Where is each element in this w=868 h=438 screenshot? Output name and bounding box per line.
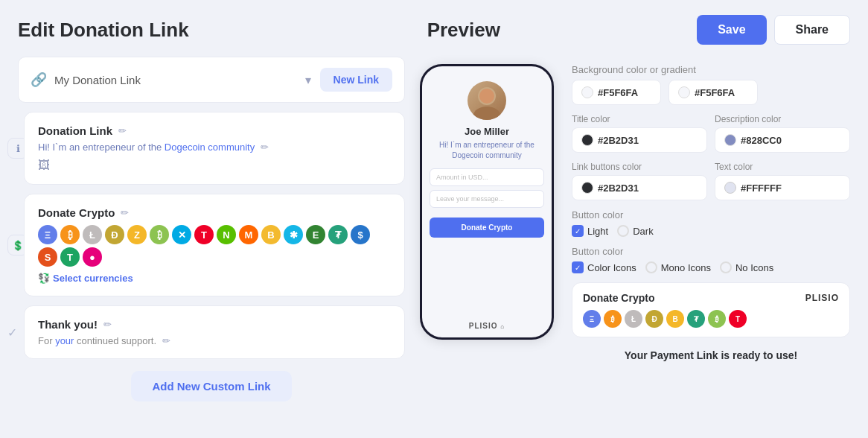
donation-link-dropdown[interactable]: 🔗 My Donation Link ▾ New Link (18, 57, 405, 103)
phone-user-name: Joe Miller (465, 126, 509, 137)
button-color-radio-group: ✓ Light Dark (572, 225, 850, 237)
thankyou-card-wrapper: ✓ Thank you! ✏ For your continued suppor… (18, 305, 405, 359)
info-desc-edit-icon[interactable]: ✏ (261, 142, 269, 153)
preview-usdt: ₮ (687, 310, 705, 328)
bg-swatch-2 (678, 86, 690, 98)
phone-message-input[interactable]: Leave your message... (430, 190, 544, 208)
donate-card: Donate Crypto ✏ Ξ ₿ Ł Ð Z (24, 194, 405, 296)
bg-color-section: Background color or gradient #F5F6FA #F5… (572, 64, 850, 105)
title-color-section: Title color #2B2D31 (572, 114, 707, 153)
preview-card-title: Donate Crypto (583, 292, 654, 304)
thankyou-desc-edit-icon[interactable]: ✏ (162, 335, 170, 346)
button-color-light-label: Light (587, 226, 608, 237)
bg-color-box-1[interactable]: #F5F6FA (572, 80, 661, 105)
info-card-title: Donation Link (38, 124, 112, 137)
phone-preview: Joe Miller Hi! I`m an entrepeneur of the… (420, 57, 554, 423)
preview-card-bottom: Donate Crypto PLISIO Ξ ₿ Ł Ð B ₮ ₿ T (572, 282, 850, 337)
bnb-icon: B (261, 225, 281, 244)
info-card-desc: Hi! I`m an entrepeneur of the Dogecoin c… (38, 142, 391, 153)
preview-eth: Ξ (583, 310, 601, 328)
doge-icon: Ð (105, 225, 124, 244)
button-color-light-option[interactable]: ✓ Light (572, 225, 608, 237)
bg-swatch-1 (581, 86, 593, 98)
button-color-dark-option[interactable]: Dark (617, 225, 653, 237)
new-link-button[interactable]: New Link (320, 68, 392, 92)
eth-icon: Ξ (38, 225, 57, 244)
mono-icons-option[interactable]: Mono Icons (645, 261, 711, 273)
share-button[interactable]: Share (774, 15, 850, 45)
phone-logo: PLISIO ⌂ (469, 322, 505, 330)
info-card-wrapper: ℹ Donation Link ✏ Hi! I`m an entrepeneur… (18, 112, 405, 185)
add-custom-link-button[interactable]: Add New Custom Link (131, 371, 291, 402)
crypto-icons-list: Ξ ₿ Ł Ð Z ₿ ✕ T (38, 225, 391, 267)
donate-edit-icon[interactable]: ✏ (121, 207, 129, 218)
main-content: 🔗 My Donation Link ▾ New Link ℹ Donation… (18, 57, 850, 423)
link-icon: 🔗 (31, 72, 47, 88)
phone-amount-input[interactable]: Amount in USD... (430, 168, 544, 186)
button-color-label: Button color (572, 209, 850, 220)
info-edit-icon[interactable]: ✏ (118, 125, 127, 136)
phone-mockup: Joe Miller Hi! I`m an entrepeneur of the… (420, 64, 554, 340)
select-currencies-button[interactable]: 💱 Select currencies (38, 273, 391, 284)
ltc-icon: Ł (83, 225, 102, 244)
thankyou-desc: For your continued support. ✏ (38, 335, 391, 346)
icon-style-radio-group: ✓ Color Icons Mono Icons No Icons (572, 261, 850, 273)
text-color-section: Text color #FFFFFF (715, 162, 850, 200)
thankyou-card-title: Thank you! (38, 318, 98, 331)
desc-swatch (724, 134, 736, 146)
thankyou-card: Thank you! ✏ For your continued support.… (24, 305, 405, 359)
phone-donate-button[interactable]: Donate Crypto (430, 218, 544, 238)
image-icon[interactable]: 🖼 (38, 159, 50, 171)
no-icons-label: No Icons (735, 262, 773, 273)
xrp-icon: ✕ (172, 225, 191, 244)
button-color-light-checkbox: ✓ (572, 225, 584, 237)
currencies-icon: 💱 (38, 273, 50, 284)
no-icons-radio (720, 261, 732, 273)
color-icons-option[interactable]: ✓ Color Icons (572, 261, 636, 273)
text-color-box[interactable]: #FFFFFF (715, 175, 850, 200)
save-button[interactable]: Save (697, 15, 766, 45)
button-color-dark-label: Dark (633, 226, 653, 237)
svg-point-2 (479, 89, 494, 104)
right-panel: Joe Miller Hi! I`m an entrepeneur of the… (420, 57, 850, 423)
desc-color-box[interactable]: #828CC0 (715, 127, 850, 153)
settings-panel: Background color or gradient #F5F6FA #F5… (572, 57, 850, 423)
thankyou-edit-icon[interactable]: ✏ (103, 319, 112, 330)
btc-icon: ₿ (60, 225, 80, 244)
link-text-color-section: Link buttons color #2B2D31 Text color #F… (572, 162, 850, 200)
left-panel: 🔗 My Donation Link ▾ New Link ℹ Donation… (18, 57, 405, 423)
text-swatch (724, 182, 736, 194)
chevron-down-icon: ▾ (305, 73, 311, 87)
desc-color-label: Description color (715, 114, 850, 124)
preview-btc: ₿ (604, 310, 622, 328)
title-color-box[interactable]: #2B2D31 (572, 127, 707, 153)
icon-style-section: Button color ✓ Color Icons Mono Icons (572, 246, 850, 273)
mono-icons-label: Mono Icons (661, 262, 711, 273)
preview-bnb: B (666, 310, 684, 328)
trx2-icon: T (60, 247, 80, 267)
button-color-section: Button color ✓ Light Dark (572, 209, 850, 237)
no-icons-option[interactable]: No Icons (720, 261, 773, 273)
avatar (467, 81, 506, 120)
title-color-label: Title color (572, 114, 707, 124)
preview-bch: ₿ (708, 310, 726, 328)
button-color-dark-radio (617, 225, 629, 237)
trx-icon: T (194, 225, 214, 244)
info-card: Donation Link ✏ Hi! I`m an entrepeneur o… (24, 112, 405, 185)
preview-doge: Ð (645, 310, 663, 328)
usdc-icon: $ (351, 225, 370, 244)
title-desc-color-section: Title color #2B2D31 Description color #8… (572, 114, 850, 153)
preview-title: Preview (427, 19, 500, 42)
shib-icon: S (38, 247, 57, 267)
link-btn-color-box[interactable]: #2B2D31 (572, 175, 707, 200)
zec-icon: Z (127, 225, 147, 244)
link-btn-color-section: Link buttons color #2B2D31 (572, 162, 707, 200)
bg-color-box-2[interactable]: #F5F6FA (668, 80, 758, 105)
svg-point-1 (473, 107, 500, 120)
desc-color-section: Description color #828CC0 (715, 114, 850, 153)
preview-crypto-icons: Ξ ₿ Ł Ð B ₮ ₿ T (583, 310, 839, 328)
text-color-label: Text color (715, 162, 850, 172)
mono-icons-radio (645, 261, 657, 273)
page-title: Edit Donation Link (18, 19, 189, 42)
preview-ltc: Ł (625, 310, 642, 328)
